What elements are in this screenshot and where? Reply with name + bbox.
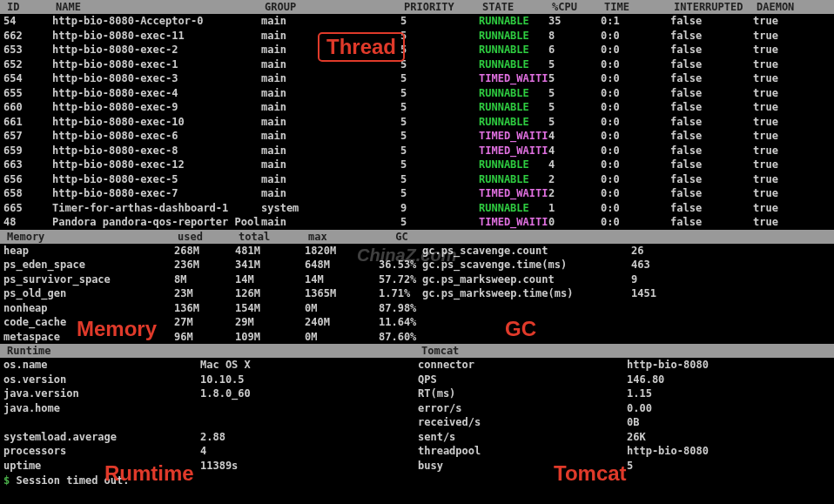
tomcat-value: 146.80 (627, 373, 801, 387)
thread-row: 665Timer-for-arthas-dashboard-1system9RU… (0, 201, 834, 216)
thread-group: main (261, 57, 400, 72)
thread-state: RUNNABLE (479, 201, 548, 216)
memory-total: 14M (235, 272, 305, 287)
thread-cpu: 35 (548, 14, 601, 29)
tomcat-key: threadpool (418, 444, 627, 459)
thread-group: main (261, 43, 400, 57)
tomcat-value: 1.15 (627, 386, 801, 401)
thread-name: Pandora pandora-qos-reporter Pool (52, 215, 261, 230)
thread-name: http-bio-8080-exec-10 (52, 115, 261, 130)
thread-group: system (261, 201, 400, 216)
thread-cpu: 5 (548, 115, 601, 130)
thread-group: main (261, 29, 400, 44)
memory-used: 96M (174, 330, 235, 345)
thread-priority: 5 (400, 158, 479, 172)
runtime-value: 1.8.0_60 (200, 386, 418, 401)
thread-state: RUNNABLE (479, 14, 548, 29)
memory-used: 268M (174, 244, 235, 259)
thread-row: 655http-bio-8080-exec-4main5RUNNABLE50:0… (0, 86, 834, 101)
thread-interrupted: false (670, 144, 753, 158)
gc-key: gc.ps_scavenge.time(ms) (422, 258, 631, 272)
memory-pct: 57.72% (379, 272, 422, 287)
thread-name: http-bio-8080-Acceptor-0 (52, 14, 261, 29)
thread-cpu: 0 (548, 215, 601, 230)
thread-priority: 5 (400, 186, 479, 201)
thread-interrupted: false (670, 172, 753, 187)
thread-priority: 5 (400, 115, 479, 130)
thread-row: 656http-bio-8080-exec-5main5RUNNABLE20:0… (0, 172, 834, 187)
thread-interrupted: false (670, 201, 753, 216)
thread-time: 0:0 (601, 201, 670, 216)
thread-state: RUNNABLE (479, 43, 548, 57)
thread-time: 0:0 (601, 115, 670, 130)
memory-total: 109M (235, 330, 305, 345)
thread-row: 661http-bio-8080-exec-10main5RUNNABLE50:… (0, 115, 834, 130)
runtime-key: os.version (0, 373, 200, 387)
thread-priority: 5 (400, 14, 479, 29)
thread-cpu: 5 (548, 100, 601, 115)
thread-cpu: 2 (548, 172, 601, 187)
runtime-value: 10.10.5 (200, 373, 418, 387)
memory-max: 1820M (305, 244, 379, 259)
thread-id: 653 (0, 43, 52, 57)
thread-daemon: true (753, 215, 823, 230)
memory-section: heap268M481M1820Mgc.ps_scavenge.count26p… (0, 244, 834, 345)
memory-row: code_cache27M29M240M11.64% (0, 315, 834, 330)
memory-name: ps_survivor_space (0, 272, 174, 287)
thread-name: Timer-for-arthas-dashboard-1 (52, 201, 261, 216)
thread-time: 0:0 (601, 144, 670, 158)
runtime-row: java.homeerror/s0.00 (0, 401, 834, 416)
thread-id: 662 (0, 29, 52, 44)
memory-max: 14M (305, 272, 379, 287)
thread-interrupted: false (670, 129, 753, 144)
thread-group: main (261, 14, 400, 29)
thread-time: 0:0 (601, 172, 670, 187)
thread-group: main (261, 129, 400, 144)
runtime-key: uptime (0, 459, 200, 474)
memory-pct: 36.53% (379, 258, 422, 272)
thread-state: RUNNABLE (479, 115, 548, 130)
memory-used: 27M (174, 315, 235, 330)
tomcat-value: 5 (627, 459, 801, 474)
thread-row: 652http-bio-8080-exec-1main5RUNNABLE50:0… (0, 57, 834, 72)
thread-cpu: 5 (548, 86, 601, 101)
thread-interrupted: false (670, 57, 753, 72)
runtime-section: os.nameMac OS Xconnectorhttp-bio-8080os.… (0, 358, 834, 473)
thread-id: 656 (0, 172, 52, 187)
runtime-row: processors4threadpoolhttp-bio-8080 (0, 444, 834, 459)
terminal-prompt[interactable]: $ Session timed out. (0, 473, 834, 488)
thread-id: 48 (0, 215, 52, 230)
memory-name: ps_old_gen (0, 286, 174, 301)
thread-id: 663 (0, 158, 52, 172)
thread-state: RUNNABLE (479, 100, 548, 115)
runtime-value: Mac OS X (200, 358, 418, 373)
thread-priority: 5 (400, 43, 479, 57)
thread-row: 657http-bio-8080-exec-6main5TIMED_WAITI4… (0, 129, 834, 144)
gc-key: gc.ps_scavenge.count (422, 244, 631, 259)
runtime-tomcat-header: Runtime Tomcat (0, 344, 834, 358)
col-time: TIME (604, 1, 674, 13)
thread-name: http-bio-8080-exec-5 (52, 172, 261, 187)
thread-group: main (261, 115, 400, 130)
thread-time: 0:0 (601, 43, 670, 57)
thread-cpu: 4 (548, 158, 601, 172)
thread-name: http-bio-8080-exec-3 (52, 71, 261, 86)
thread-state: TIMED_WAITI (479, 71, 548, 86)
tomcat-value: http-bio-8080 (627, 358, 801, 373)
memory-row: nonheap136M154M0M87.98% (0, 301, 834, 316)
tomcat-key: busy (418, 459, 627, 474)
col-daemon: DAEMON (757, 1, 826, 13)
thread-priority: 5 (400, 144, 479, 158)
memory-title: Memory (3, 231, 178, 243)
thread-daemon: true (753, 129, 823, 144)
memory-name: nonheap (0, 301, 174, 316)
memory-used: 8M (174, 272, 235, 287)
col-cpu: %CPU (552, 1, 604, 13)
col-state: STATE (482, 1, 552, 13)
runtime-value: 2.88 (200, 430, 418, 445)
memory-name: ps_eden_space (0, 258, 174, 272)
thread-daemon: true (753, 71, 823, 86)
thread-priority: 5 (400, 57, 479, 72)
memory-total: 29M (235, 315, 305, 330)
thread-time: 0:0 (601, 215, 670, 230)
